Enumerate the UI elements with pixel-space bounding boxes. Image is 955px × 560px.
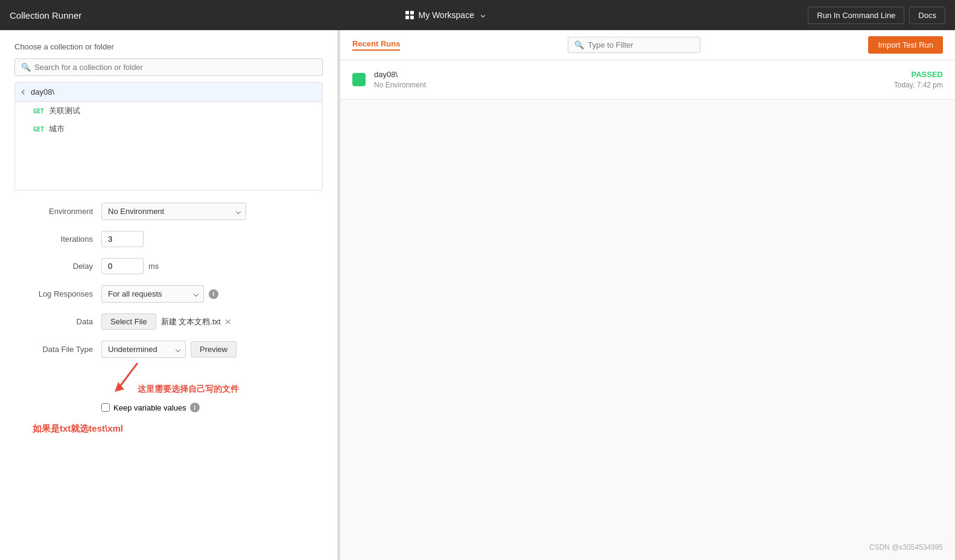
tree-item-get-2[interactable]: GET 城市 — [15, 120, 322, 138]
tree-item-name-1: 关联测试 — [49, 105, 80, 116]
select-file-button[interactable]: Select File — [101, 313, 156, 330]
environment-label: Environment — [14, 207, 93, 216]
workspace-selector[interactable]: My Workspace — [405, 10, 484, 20]
iterations-row: Iterations — [14, 231, 323, 247]
app-title: Collection Runner — [10, 10, 81, 20]
data-file-type-row: Data File Type Undetermined Preview — [14, 341, 323, 358]
svg-line-0 — [119, 363, 138, 387]
log-responses-info-icon[interactable]: i — [209, 289, 218, 299]
log-select-wrapper: For all requests — [101, 285, 204, 303]
annotation-file-text: 这里需要选择自己写的文件 — [138, 384, 239, 395]
collapse-arrow-icon — [22, 89, 27, 94]
log-responses-controls: For all requests i — [101, 285, 218, 303]
right-header: Recent Runs 🔍 Import Test Run — [340, 30, 955, 60]
collection-root-item[interactable]: day08\ — [15, 83, 322, 102]
header-actions: Run In Command Line Docs — [808, 7, 945, 24]
data-file-type-label: Data File Type — [14, 345, 93, 354]
annotation-txt-area: 如果是txt就选test\xml — [33, 423, 323, 435]
recent-runs-tab[interactable]: Recent Runs — [352, 39, 400, 51]
filter-box[interactable]: 🔍 — [568, 37, 700, 53]
collection-tree: day08\ GET 关联测试 GET 城市 — [14, 82, 323, 190]
watermark: CSDN @x3054534995 — [869, 543, 943, 552]
choose-collection-label: Choose a collection or folder — [14, 42, 323, 51]
environment-row: Environment No Environment — [14, 203, 323, 220]
run-name: day08\ — [374, 70, 894, 79]
annotation-arrow-area: 这里需要选择自己写的文件 — [101, 363, 323, 398]
run-env: No Environment — [374, 81, 894, 89]
iterations-label: Iterations — [14, 234, 93, 244]
filter-input[interactable] — [588, 40, 694, 49]
log-responses-row: Log Responses For all requests i — [14, 285, 323, 303]
delay-label: Delay — [14, 262, 93, 271]
tree-item-get-1[interactable]: GET 关联测试 — [15, 102, 322, 120]
run-status-dot — [352, 73, 366, 86]
search-icon: 🔍 — [21, 63, 31, 72]
run-cmdline-button[interactable]: Run In Command Line — [808, 7, 904, 24]
annotation-txt-label: 如果是txt就选test\xml — [33, 423, 323, 435]
workspace-chevron-icon — [481, 13, 485, 17]
workspace-icon — [405, 11, 414, 19]
data-label: Data — [14, 317, 93, 326]
log-responses-label: Log Responses — [14, 289, 93, 298]
right-panel: Recent Runs 🔍 Import Test Run day08\ No … — [340, 30, 955, 560]
keep-variable-row: Keep variable values i — [14, 403, 323, 412]
keep-variable-checkbox[interactable] — [101, 403, 110, 412]
keep-variable-info-icon[interactable]: i — [190, 403, 200, 412]
method-badge-get: GET — [33, 108, 44, 115]
data-row: Data Select File 新建 文本文档.txt ✕ — [14, 313, 323, 330]
method-badge-get-2: GET — [33, 126, 44, 133]
run-status-text: PASSED — [894, 70, 943, 79]
keep-variable-label: Keep variable values — [113, 403, 186, 412]
collection-name: day08\ — [31, 87, 54, 96]
keep-variable-controls: Keep variable values i — [101, 403, 200, 412]
log-responses-select[interactable]: For all requests — [101, 285, 204, 303]
data-file-type-select[interactable]: Undetermined — [101, 341, 186, 358]
run-time: Today, 7:42 pm — [894, 81, 943, 89]
delay-input[interactable] — [101, 258, 144, 274]
data-file-type-section: Data File Type Undetermined Preview 这里需要… — [14, 341, 323, 398]
run-list: day08\ No Environment PASSED Today, 7:42… — [340, 60, 955, 99]
tree-item-name-2: 城市 — [49, 124, 65, 134]
filter-search-icon: 🔍 — [574, 40, 584, 49]
docs-button[interactable]: Docs — [909, 7, 945, 24]
delay-unit: ms — [148, 262, 159, 271]
app-header: Collection Runner My Workspace Run In Co… — [0, 0, 955, 30]
iterations-input[interactable] — [101, 231, 144, 247]
delay-row: Delay ms — [14, 258, 323, 274]
data-file-type-select-wrapper: Undetermined — [101, 341, 186, 358]
search-collection-input[interactable] — [34, 63, 316, 72]
workspace-name: My Workspace — [419, 10, 474, 20]
run-item[interactable]: day08\ No Environment PASSED Today, 7:42… — [340, 60, 955, 99]
preview-button[interactable]: Preview — [191, 341, 236, 357]
search-collection-box[interactable]: 🔍 — [14, 58, 323, 76]
run-info: day08\ No Environment — [374, 70, 894, 89]
environment-select[interactable]: No Environment — [101, 203, 246, 220]
close-file-icon[interactable]: ✕ — [224, 317, 232, 327]
run-result: PASSED Today, 7:42 pm — [894, 70, 943, 89]
import-test-run-button[interactable]: Import Test Run — [868, 36, 943, 54]
environment-select-wrapper: No Environment — [101, 203, 246, 220]
left-panel: Choose a collection or folder 🔍 day08\ G… — [0, 30, 338, 560]
main-layout: Choose a collection or folder 🔍 day08\ G… — [0, 30, 955, 560]
selected-file-name: 新建 文本文档.txt — [161, 316, 221, 327]
